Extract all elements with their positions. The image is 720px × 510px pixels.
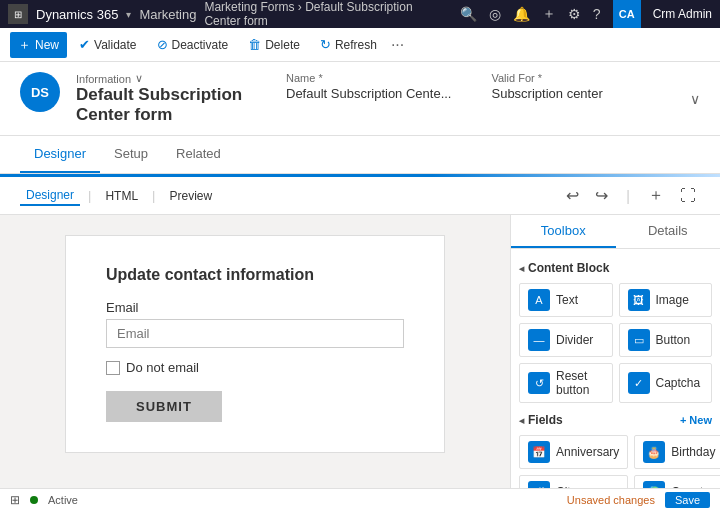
des-tab-preview[interactable]: Preview [163,187,218,205]
plus-icon: ＋ [18,36,31,54]
email-label: Email [106,300,404,315]
record-header: DS Information ∨ Default Subscription Ce… [0,62,720,136]
valid-for-field-group: Valid For * Subscription center [491,72,602,101]
header-expand-icon[interactable]: ∨ [690,91,700,107]
form-card: Update contact information Email Do not … [65,235,445,453]
form-canvas: Update contact information Email Do not … [0,215,510,510]
status-dot [30,496,38,504]
app-chevron-icon: ▾ [126,9,131,20]
info-chevron[interactable]: ∨ [135,72,143,85]
refresh-icon: ↻ [320,37,331,52]
delete-button[interactable]: 🗑 Delete [240,33,308,56]
fields-chevron-icon[interactable]: ◂ [519,415,524,426]
content-block-grid: A Text 🖼 Image — Divider ▭ Button ↺ R [519,283,712,403]
toolbox-tab-toolbox[interactable]: Toolbox [511,215,616,248]
app-title: Dynamics 365 [36,7,118,22]
refresh-button[interactable]: ↻ Refresh [312,33,385,56]
tab-designer[interactable]: Designer [20,136,100,173]
toolbox-panel: Toolbox Details ◂ Content Block A Text 🖼… [510,215,720,510]
fullscreen-icon[interactable]: ⛶ [676,185,700,207]
record-type: Information ∨ [76,72,270,85]
do-not-email-label: Do not email [126,360,199,375]
toolbox-item-text[interactable]: A Text [519,283,613,317]
more-options[interactable]: ··· [391,36,404,54]
name-field-value[interactable]: Default Subscription Cente... [286,86,451,101]
image-icon: 🖼 [628,289,650,311]
undo-icon[interactable]: ↩ [562,184,583,207]
search-icon[interactable]: 🔍 [460,6,477,22]
divider-icon: — [528,329,550,351]
toolbox-item-anniversary[interactable]: 📅 Anniversary [519,435,628,469]
toolbox-tabs: Toolbox Details [511,215,720,249]
target-icon[interactable]: ◎ [489,6,501,22]
top-nav: ⊞ Dynamics 365 ▾ Marketing Marketing For… [0,0,720,28]
plus-icon[interactable]: ＋ [542,5,556,23]
status-grid-icon[interactable]: ⊞ [10,493,20,507]
content-block-chevron-icon[interactable]: ◂ [519,263,524,274]
record-fields: Name * Default Subscription Cente... Val… [286,72,674,101]
form-title: Update contact information [106,266,404,284]
deactivate-icon: ⊘ [157,37,168,52]
app-grid-icon[interactable]: ⊞ [8,4,28,24]
valid-for-field-value[interactable]: Subscription center [491,86,602,101]
add-new-field-button[interactable]: + New [680,414,712,426]
toolbox-content: ◂ Content Block A Text 🖼 Image — Divider… [511,249,720,510]
main-content: Update contact information Email Do not … [0,215,720,510]
breadcrumb-item1[interactable]: Marketing Forms [204,0,294,14]
validate-icon: ✔ [79,37,90,52]
birthday-icon: 🎂 [643,441,665,463]
toolbox-item-image[interactable]: 🖼 Image [619,283,713,317]
toolbox-tab-details[interactable]: Details [616,215,721,248]
record-toolbar: ＋ New ✔ Validate ⊘ Deactivate 🗑 Delete ↻… [0,28,720,62]
anniversary-icon: 📅 [528,441,550,463]
toolbox-item-captcha[interactable]: ✓ Captcha [619,363,713,403]
add-block-icon[interactable]: ＋ [644,183,668,208]
name-field-label: Name * [286,72,451,84]
name-field-group: Name * Default Subscription Cente... [286,72,451,101]
toolbox-item-button[interactable]: ▭ Button [619,323,713,357]
deactivate-button[interactable]: ⊘ Deactivate [149,33,237,56]
toolbox-item-divider[interactable]: — Divider [519,323,613,357]
valid-for-field-label: Valid For * [491,72,602,84]
help-icon[interactable]: ? [593,6,601,22]
submit-button[interactable]: SUBMIT [106,391,222,422]
unsaved-changes-label: Unsaved changes [567,494,655,506]
new-button[interactable]: ＋ New [10,32,67,58]
text-icon: A [528,289,550,311]
content-block-section-header: ◂ Content Block [519,261,712,275]
save-button[interactable]: Save [665,492,710,508]
checkbox-row: Do not email [106,360,404,375]
toolbox-item-reset-button[interactable]: ↺ Reset button [519,363,613,403]
fields-section-header: ◂ Fields + New [519,413,712,427]
delete-icon: 🗑 [248,37,261,52]
designer-sub-toolbar: Designer | HTML | Preview ↩ ↪ | ＋ ⛶ [0,177,720,215]
settings-icon[interactable]: ⚙ [568,6,581,22]
tab-setup[interactable]: Setup [100,136,162,173]
bell-icon[interactable]: 🔔 [513,6,530,22]
user-avatar[interactable]: CA [613,0,641,28]
tabs-bar: Designer Setup Related [0,136,720,174]
redo-icon[interactable]: ↪ [591,184,612,207]
des-tab-html[interactable]: HTML [99,187,144,205]
email-input[interactable] [106,319,404,348]
status-bar: ⊞ Active Unsaved changes Save [0,488,720,510]
do-not-email-checkbox[interactable] [106,361,120,375]
record-info: Information ∨ Default Subscription Cente… [76,72,270,125]
nav-icons: 🔍 ◎ 🔔 ＋ ⚙ ? CA Crm Admin [460,0,712,28]
breadcrumb: Marketing Forms › Default Subscription C… [204,0,451,28]
toolbox-item-birthday[interactable]: 🎂 Birthday [634,435,720,469]
reset-icon: ↺ [528,372,550,394]
button-icon: ▭ [628,329,650,351]
validate-button[interactable]: ✔ Validate [71,33,144,56]
status-active-label: Active [48,494,78,506]
captcha-icon: ✓ [628,372,650,394]
record-title: Default Subscription Center form [76,85,270,125]
des-tab-designer[interactable]: Designer [20,186,80,206]
nav-section[interactable]: Marketing [139,7,196,22]
username[interactable]: Crm Admin [653,7,712,21]
record-avatar: DS [20,72,60,112]
tab-related[interactable]: Related [162,136,235,173]
